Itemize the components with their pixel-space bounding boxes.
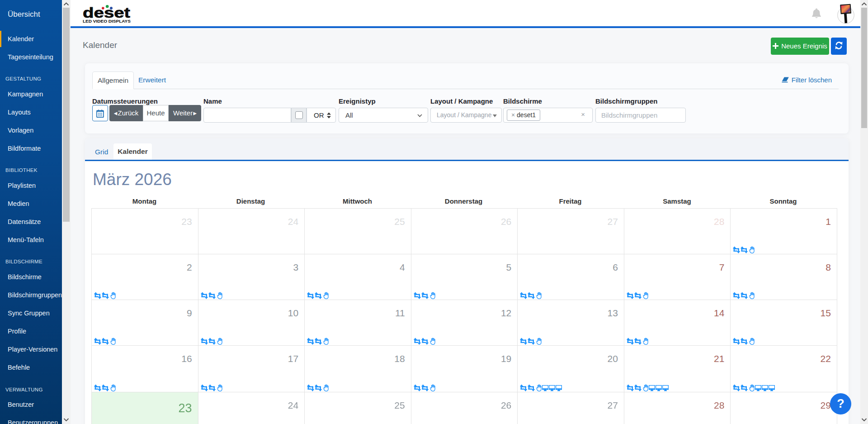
svg-text:LED VIDEO DISPLAYS: LED VIDEO DISPLAYS [83,19,131,24]
